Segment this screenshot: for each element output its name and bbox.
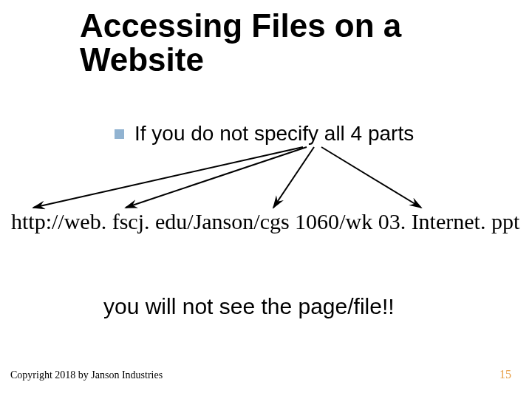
url-path-2: /cgs 1060 (253, 209, 339, 233)
slide: Accessing Files on a Website If you do n… (0, 0, 532, 399)
url-host: //web. fscj. edu (52, 209, 187, 233)
slide-title: Accessing Files on a Website (80, 9, 532, 77)
url-example: http://web. fscj. edu/Janson/cgs 1060/wk… (11, 209, 519, 234)
url-path-1: /Janson (187, 209, 253, 233)
svg-line-3 (321, 147, 421, 208)
svg-line-2 (273, 147, 314, 208)
svg-line-1 (126, 147, 307, 208)
url-file: /wk 03. Internet. ppt (339, 209, 519, 233)
copyright-text: Copyright 2018 by Janson Industries (10, 369, 163, 381)
bullet-item: If you do not specify all 4 parts (115, 122, 414, 146)
svg-line-0 (33, 147, 303, 208)
slide-number: 15 (499, 368, 511, 381)
url-protocol: http: (11, 209, 52, 233)
bullet-marker-icon (115, 129, 124, 139)
warning-text: you will not see the page/file!! (103, 294, 395, 319)
bullet-text: If you do not specify all 4 parts (134, 122, 414, 146)
